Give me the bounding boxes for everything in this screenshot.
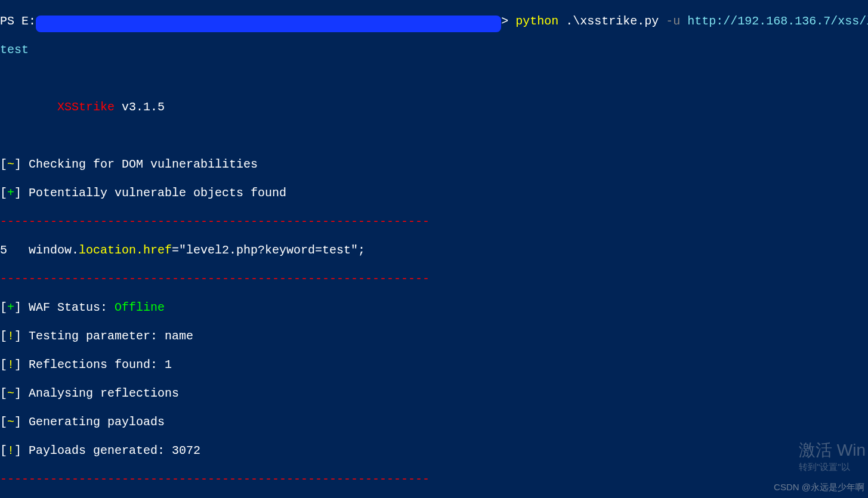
reflections-line: [!] Reflections found: 1 [0,358,868,372]
command: python [515,14,558,28]
redacted-path: \xxxxxxxxxxxx\xxxxxxxxxxxxxxxxxxxxxxxxxx… [36,14,501,29]
terminal-output[interactable]: PS E:\xxxxxxxxxxxx\xxxxxxxxxxxxxxxxxxxxx… [0,0,868,498]
payloads-generated-line: [!] Payloads generated: 3072 [0,444,868,458]
analysing-line: [~] Analysing reflections [0,386,868,401]
arrow: > [501,14,515,28]
script-arg: .\xsstrike.py [558,14,666,28]
potential-line: [+] Potentially vulnerable objects found [0,186,868,200]
divider: ----------------------------------------… [0,272,868,286]
watermark-subtitle: 转到"设置"以 [799,460,866,474]
prompt-line-1: PS E:\xxxxxxxxxxxx\xxxxxxxxxxxxxxxxxxxxx… [0,14,868,29]
dom-check-line: [~] Checking for DOM vulnerabilities [0,157,868,172]
dom-result-line: 5 window.location.href="level2.php?keywo… [0,243,868,258]
waf-status-line: [+] WAF Status: Offline [0,301,868,315]
divider: ----------------------------------------… [0,215,868,229]
testing-param-line: [!] Testing parameter: name [0,329,868,344]
blank-line [0,129,868,143]
waf-status-value: Offline [115,301,165,314]
generating-line: [~] Generating payloads [0,415,868,429]
divider: ----------------------------------------… [0,472,868,487]
ps-prefix: PS E: [0,14,36,28]
blank-line [0,72,868,86]
tool-name: XSStrike [57,100,115,114]
csdn-watermark: CSDN @永远是少年啊 [774,480,864,494]
flag-u: -u [666,14,680,28]
prompt-line-2: test [0,43,868,57]
banner-line: XSStrike v3.1.5 [0,100,868,115]
windows-activation-watermark: 激活 Win 转到"设置"以 [799,443,868,474]
target-url: http://192.168.136.7/xss/level1.php?name… [680,14,868,28]
location-href: location.href [79,243,172,257]
watermark-title: 激活 Win [799,443,866,457]
tool-version: v3.1.5 [115,100,165,114]
